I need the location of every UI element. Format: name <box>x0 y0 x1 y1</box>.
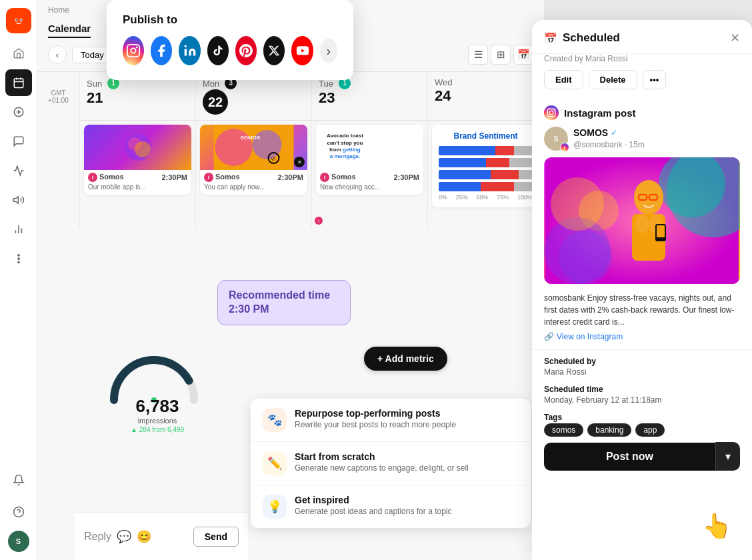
post-card-sun-1[interactable]: iSomos 2:30PM Our mobile app is... <box>84 125 191 195</box>
post-card-tue-1[interactable]: Avocado toastcan't stop youfrom gettinga… <box>316 125 423 195</box>
calendar-tab[interactable]: Calendar <box>48 23 91 38</box>
svg-point-23 <box>135 141 151 157</box>
hand-cursor-decoration: 👆 <box>702 512 732 540</box>
tags-label: Tags <box>544 413 740 422</box>
reply-bar: Reply 💬 😊 Send <box>75 512 248 560</box>
sidebar-item-reports[interactable] <box>5 216 32 243</box>
post-card-body: iSomos 2:30PM New chequing acc... <box>316 170 423 195</box>
post-account: iSomos <box>204 173 240 182</box>
post-text: You can apply now... <box>204 183 303 191</box>
twitter-button[interactable] <box>263 36 285 65</box>
sentiment-title: Brand Sentiment <box>439 131 533 141</box>
external-link-icon: 🔗 <box>544 332 554 341</box>
day-header-wed: Wed 24 <box>428 72 544 121</box>
platform-icon: i <box>88 173 97 182</box>
instagram-platform-icon <box>544 105 559 120</box>
sidebar-item-help[interactable] <box>5 499 32 525</box>
tiktok-button[interactable] <box>207 36 229 65</box>
svg-text:SOMOS: SOMOS <box>241 135 261 141</box>
prev-week-button[interactable]: ‹ <box>48 45 67 64</box>
pinterest-button[interactable] <box>235 36 257 65</box>
more-options-button[interactable]: ••• <box>643 70 667 89</box>
post-time: 2:30PM <box>393 173 419 181</box>
grid-view-button[interactable]: ⊞ <box>491 45 511 65</box>
add-metric-label: + Add metric <box>377 353 434 364</box>
bar-red <box>495 146 514 155</box>
more-platforms-button[interactable]: › <box>320 39 337 63</box>
deco-circle-yellow <box>551 177 604 231</box>
add-metric-button[interactable]: + Add metric <box>364 347 447 371</box>
sidebar-item-calendar[interactable] <box>5 69 32 96</box>
list-view-button[interactable]: ☰ <box>468 45 488 65</box>
svg-point-46 <box>635 215 649 233</box>
ai-item-scratch[interactable]: ✏️ Start from scratch Generate new capti… <box>251 442 531 485</box>
linkedin-button[interactable] <box>179 36 200 65</box>
impressions-gauge: 6,783 impressions ▲ 284 from 6,499 <box>104 340 211 433</box>
emoji-icon[interactable]: 😊 <box>137 529 151 544</box>
created-by: Created by Maria Rossi <box>532 54 752 70</box>
bar-gray <box>509 158 533 167</box>
post-text: New chequing acc... <box>320 183 419 191</box>
svg-point-18 <box>17 261 19 263</box>
ai-item-content: Repurpose top-performing posts Rewrite y… <box>295 408 456 429</box>
post-image <box>544 157 740 284</box>
gauge-sub-text: 284 from 6,499 <box>139 426 184 433</box>
day-number-wed: 24 <box>435 87 537 105</box>
bar-blue <box>439 170 491 179</box>
sidebar-nav <box>5 40 32 467</box>
sidebar-item-more[interactable] <box>5 245 32 272</box>
platform-icon: i <box>320 173 329 182</box>
gauge-sub: ▲ 284 from 6,499 <box>104 426 211 433</box>
sentiment-bar-3 <box>439 170 533 179</box>
sidebar-item-home[interactable] <box>5 40 32 67</box>
post-time: 2:30PM <box>161 173 187 181</box>
platform-icon: i <box>204 173 213 182</box>
ai-item-content: Get inspired Generate post ideas and cap… <box>295 495 451 516</box>
tag-app: app <box>635 423 665 437</box>
ai-item-desc: Generate post ideas and captions for a t… <box>295 507 451 516</box>
delete-button[interactable]: Delete <box>589 70 637 89</box>
svg-point-3 <box>15 19 17 21</box>
app-logo[interactable] <box>6 8 31 33</box>
calendar-view-button[interactable]: 📅 <box>513 45 533 65</box>
post-now-button[interactable]: Post now <box>544 443 715 471</box>
sidebar-item-add[interactable] <box>5 99 32 125</box>
bar-blue <box>439 158 486 167</box>
instagram-button[interactable] <box>123 36 144 65</box>
sidebar-user-avatar[interactable]: S <box>8 531 29 552</box>
bar-gray <box>514 146 533 155</box>
ai-item-inspire[interactable]: 💡 Get inspired Generate post ideas and c… <box>251 485 531 528</box>
sidebar-item-notifications[interactable] <box>5 467 32 493</box>
svg-rect-52 <box>657 225 665 237</box>
day-col-tue: Avocado toastcan't stop youfrom gettinga… <box>312 121 428 227</box>
scheduled-title: Scheduled <box>563 31 620 45</box>
timezone-offset: +01:00 <box>48 97 69 104</box>
svg-point-39 <box>553 110 554 111</box>
day-col-sun: iSomos 2:30PM Our mobile app is... <box>80 121 196 227</box>
view-on-instagram-link[interactable]: 🔗 View on Instagram <box>532 332 752 349</box>
sidebar-item-analytics[interactable] <box>5 157 32 184</box>
post-account: iSomos <box>320 173 356 182</box>
send-button[interactable]: Send <box>193 527 239 547</box>
post-card-mon-1[interactable]: SOMOS VI ✕ iSomos 2:30PM You can apply n… <box>200 125 307 195</box>
ai-item-repurpose[interactable]: 🐾 Repurpose top-performing posts Rewrite… <box>251 399 531 442</box>
sidebar-item-inbox[interactable] <box>5 128 32 155</box>
edit-button[interactable]: Edit <box>544 70 583 89</box>
ai-item-title: Get inspired <box>295 495 451 505</box>
rec-label: Recommended time <box>229 289 330 301</box>
calendar-icon: 📅 <box>544 32 557 45</box>
publish-to-popup: Publish to › <box>107 0 353 80</box>
svg-rect-34 <box>184 49 186 56</box>
facebook-button[interactable] <box>151 36 172 65</box>
post-time: 2:30PM <box>277 173 303 181</box>
close-button[interactable]: ✕ <box>730 31 740 45</box>
account-avatar: S i <box>544 127 568 151</box>
sidebar-item-campaigns[interactable] <box>5 187 32 213</box>
post-now-arrow-button[interactable]: ▾ <box>715 442 740 471</box>
rec-time: 2:30 PM <box>229 303 269 315</box>
svg-point-4 <box>20 19 21 21</box>
youtube-button[interactable] <box>291 36 313 65</box>
chat-icon[interactable]: 💬 <box>117 529 131 544</box>
verified-icon: ✓ <box>611 128 617 137</box>
platform-badge: i <box>560 143 569 152</box>
